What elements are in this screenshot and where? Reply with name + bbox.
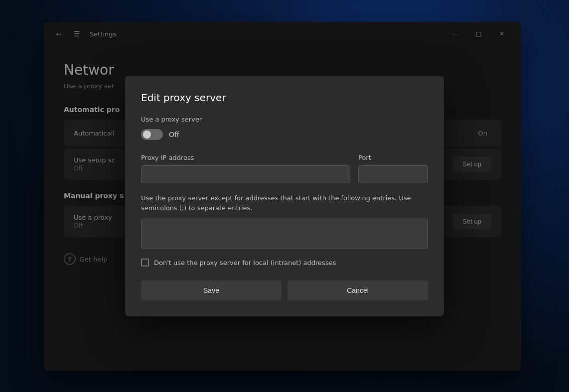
edit-proxy-modal: Edit proxy server Use a proxy server Off…: [125, 76, 444, 316]
modal-overlay: Edit proxy server Use a proxy server Off…: [0, 0, 569, 392]
modal-buttons: Save Cancel: [141, 280, 428, 300]
local-address-checkbox[interactable]: [141, 259, 149, 266]
modal-title: Edit proxy server: [141, 92, 428, 104]
proxy-ip-input[interactable]: [141, 165, 350, 183]
port-form-group: Port: [358, 154, 428, 183]
checkbox-row: Don't use the proxy server for local (in…: [141, 259, 428, 266]
port-label: Port: [358, 154, 428, 161]
proxy-toggle[interactable]: [141, 129, 163, 140]
exception-textarea[interactable]: [141, 219, 428, 249]
exception-description-text: Use the proxy server except for addresse…: [141, 194, 411, 212]
proxy-toggle-label: Off: [169, 131, 179, 138]
save-button[interactable]: Save: [141, 280, 282, 300]
ip-form-group: Proxy IP address: [141, 154, 350, 183]
proxy-ip-label: Proxy IP address: [141, 154, 350, 161]
port-input[interactable]: [358, 165, 428, 183]
checkbox-label: Don't use the proxy server for local (in…: [154, 259, 336, 266]
exception-description: Use the proxy server except for addresse…: [141, 193, 428, 213]
proxy-section-label: Use a proxy server: [141, 116, 428, 123]
ip-port-row: Proxy IP address Port: [141, 154, 428, 183]
cancel-button[interactable]: Cancel: [287, 280, 428, 300]
proxy-toggle-row: Off: [141, 129, 428, 140]
